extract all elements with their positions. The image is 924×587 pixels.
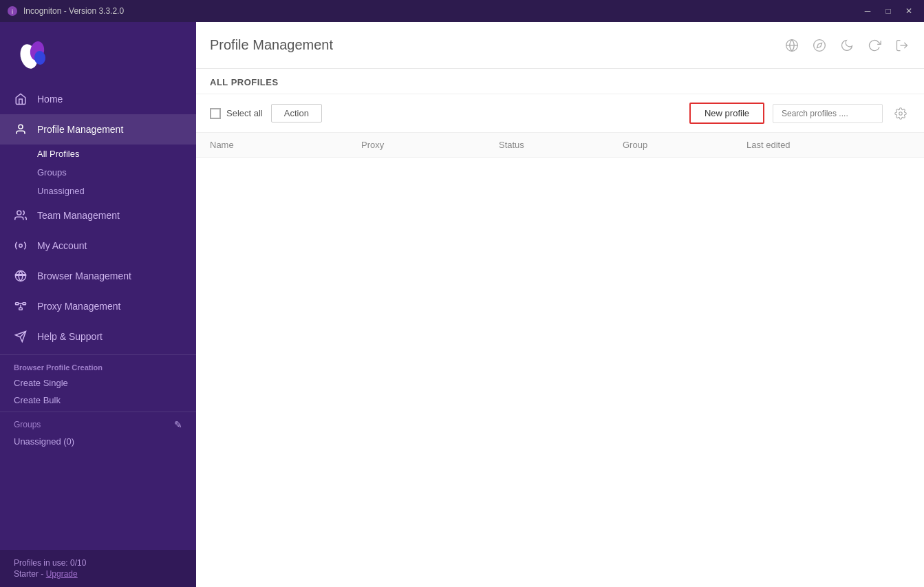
sidebar-label-browser-management: Browser Management	[37, 270, 131, 281]
search-input[interactable]	[773, 104, 883, 123]
sidebar-label-my-account: My Account	[37, 240, 87, 251]
export-icon[interactable]	[894, 37, 910, 54]
svg-rect-9	[16, 275, 26, 276]
help-icon	[14, 330, 28, 343]
svg-point-6	[17, 211, 21, 215]
account-icon	[14, 239, 28, 253]
browser-profile-creation-label: Browser Profile Creation	[14, 363, 103, 372]
sidebar: Home Profile Management All Profiles Gro…	[0, 22, 196, 587]
col-header-name: Name	[210, 140, 361, 150]
select-all-checkbox[interactable]	[210, 108, 221, 119]
upgrade-link[interactable]: Upgrade	[46, 569, 78, 579]
sidebar-subitem-create-bulk[interactable]: Create Bulk	[0, 392, 196, 409]
logo-area	[0, 22, 196, 84]
browser-profile-creation-section: Browser Profile Creation	[0, 354, 196, 374]
app-icon: i	[7, 6, 18, 17]
sidebar-item-my-account[interactable]: My Account	[0, 231, 196, 261]
maximize-button[interactable]: □	[880, 3, 896, 19]
svg-marker-20	[817, 43, 821, 47]
col-header-last-edited: Last edited	[746, 140, 910, 150]
new-profile-button[interactable]: New profile	[689, 103, 764, 124]
profile-icon	[14, 122, 28, 136]
team-icon	[14, 209, 28, 222]
search-settings-icon[interactable]	[891, 104, 910, 123]
proxy-icon	[14, 299, 28, 313]
profiles-in-use: Profiles in use: 0/10	[14, 558, 182, 568]
sidebar-item-team-management[interactable]: Team Management	[0, 200, 196, 231]
compass-icon[interactable]	[811, 37, 828, 54]
col-header-proxy: Proxy	[361, 140, 499, 150]
sidebar-footer: Profiles in use: 0/10 Starter - Upgrade	[0, 550, 196, 587]
close-button[interactable]: ✕	[901, 3, 917, 19]
sidebar-label-home: Home	[37, 94, 63, 105]
sidebar-subitem-create-single[interactable]: Create Single	[0, 374, 196, 392]
svg-point-22	[899, 111, 903, 115]
main-content: Profile Management	[196, 22, 924, 587]
groups-label: Groups	[14, 420, 41, 429]
table-header: Name Proxy Status Group Last edited	[196, 133, 924, 158]
plan-label: Starter -	[14, 569, 46, 579]
groups-edit-icon[interactable]: ✎	[174, 419, 182, 430]
sidebar-label-proxy-management: Proxy Management	[37, 301, 120, 312]
minimize-button[interactable]: ─	[859, 3, 876, 19]
select-all-label: Select all	[226, 108, 263, 118]
toolbar: Select all Action New profile	[196, 94, 924, 133]
sidebar-item-help-support[interactable]: Help & Support	[0, 321, 196, 352]
svg-point-7	[19, 244, 23, 248]
groups-section: Groups ✎	[0, 412, 196, 433]
svg-point-5	[19, 125, 23, 129]
section-title: ALL PROFILES	[210, 77, 279, 87]
topbar-icons	[784, 37, 910, 54]
refresh-icon[interactable]	[866, 37, 883, 54]
sidebar-item-home[interactable]: Home	[0, 84, 196, 114]
page-title: Profile Management	[210, 37, 784, 53]
svg-rect-11	[23, 303, 26, 305]
svg-point-19	[814, 39, 826, 51]
home-icon	[14, 92, 28, 106]
sidebar-subitem-unassigned-group[interactable]: Unassigned (0)	[0, 433, 196, 450]
col-header-status: Status	[499, 140, 623, 150]
sidebar-label-help-support: Help & Support	[37, 331, 103, 342]
col-header-group: Group	[623, 140, 746, 150]
window-controls: ─ □ ✕	[859, 3, 917, 19]
app-logo	[14, 36, 52, 74]
browser-icon	[14, 269, 28, 283]
sidebar-subitem-groups[interactable]: Groups	[0, 163, 196, 182]
table-body	[196, 158, 924, 587]
sidebar-label-profile-management: Profile Management	[37, 124, 123, 135]
titlebar-title: Incogniton - Version 3.3.2.0	[23, 6, 859, 16]
svg-text:i: i	[12, 8, 13, 15]
svg-rect-12	[19, 308, 23, 310]
sidebar-item-profile-management[interactable]: Profile Management	[0, 114, 196, 145]
sidebar-subitem-all-profiles[interactable]: All Profiles	[0, 145, 196, 163]
top-bar: Profile Management	[196, 22, 924, 69]
sidebar-subitem-unassigned[interactable]: Unassigned	[0, 182, 196, 200]
sidebar-item-browser-management[interactable]: Browser Management	[0, 261, 196, 291]
titlebar: i Incogniton - Version 3.3.2.0 ─ □ ✕	[0, 0, 924, 22]
svg-rect-10	[16, 303, 19, 305]
action-button[interactable]: Action	[271, 104, 322, 122]
section-header: ALL PROFILES	[196, 69, 924, 94]
sidebar-label-team-management: Team Management	[37, 210, 120, 221]
sidebar-item-proxy-management[interactable]: Proxy Management	[0, 291, 196, 321]
moon-icon[interactable]	[839, 37, 855, 54]
globe-icon[interactable]	[784, 37, 800, 54]
select-all-area: Select all	[210, 108, 263, 119]
